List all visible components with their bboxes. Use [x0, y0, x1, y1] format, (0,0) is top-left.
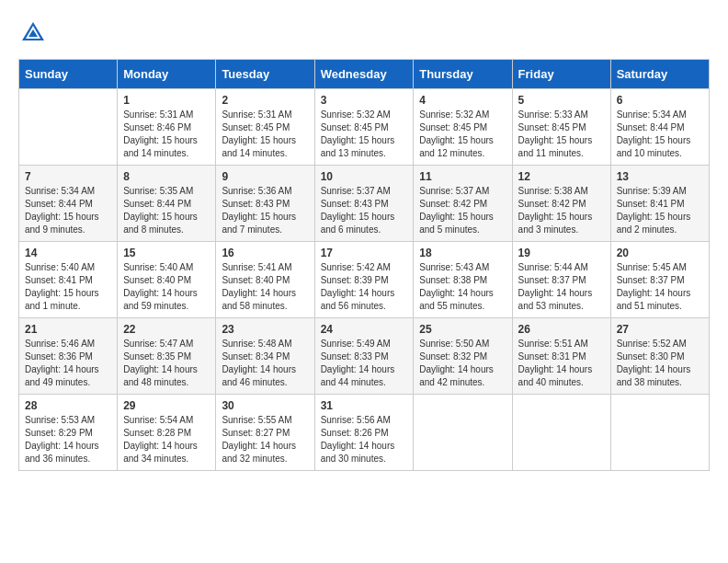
day-info: Sunrise: 5:46 AM Sunset: 8:36 PM Dayligh… — [25, 338, 111, 389]
day-info: Sunrise: 5:37 AM Sunset: 8:42 PM Dayligh… — [419, 185, 506, 236]
day-number: 13 — [617, 170, 703, 183]
calendar-cell: 26Sunrise: 5:51 AM Sunset: 8:31 PM Dayli… — [512, 318, 610, 395]
calendar-header-thursday: Thursday — [414, 60, 512, 89]
day-number: 1 — [123, 94, 210, 107]
calendar-header-sunday: Sunday — [19, 60, 118, 89]
calendar-cell: 6Sunrise: 5:34 AM Sunset: 8:44 PM Daylig… — [610, 89, 709, 166]
day-number: 31 — [321, 399, 408, 412]
day-number: 27 — [617, 323, 703, 336]
calendar-cell: 20Sunrise: 5:45 AM Sunset: 8:37 PM Dayli… — [610, 242, 709, 318]
day-number: 12 — [518, 170, 605, 183]
calendar-cell: 25Sunrise: 5:50 AM Sunset: 8:32 PM Dayli… — [414, 318, 512, 395]
day-number: 3 — [321, 94, 408, 107]
day-number: 16 — [222, 247, 308, 259]
calendar-header-monday: Monday — [118, 60, 216, 89]
day-info: Sunrise: 5:37 AM Sunset: 8:43 PM Dayligh… — [321, 185, 408, 236]
day-info: Sunrise: 5:51 AM Sunset: 8:31 PM Dayligh… — [518, 338, 605, 389]
day-info: Sunrise: 5:38 AM Sunset: 8:42 PM Dayligh… — [518, 185, 605, 236]
calendar-week-4: 21Sunrise: 5:46 AM Sunset: 8:36 PM Dayli… — [19, 318, 710, 395]
day-info: Sunrise: 5:33 AM Sunset: 8:45 PM Dayligh… — [518, 109, 605, 160]
calendar-header-row: SundayMondayTuesdayWednesdayThursdayFrid… — [19, 60, 710, 89]
calendar-cell: 5Sunrise: 5:33 AM Sunset: 8:45 PM Daylig… — [512, 89, 610, 166]
calendar-cell: 16Sunrise: 5:41 AM Sunset: 8:40 PM Dayli… — [216, 242, 314, 318]
day-number: 17 — [321, 247, 408, 259]
day-number: 18 — [419, 247, 506, 259]
calendar-cell: 17Sunrise: 5:42 AM Sunset: 8:39 PM Dayli… — [314, 242, 414, 318]
day-info: Sunrise: 5:56 AM Sunset: 8:26 PM Dayligh… — [321, 414, 408, 465]
calendar-week-5: 28Sunrise: 5:53 AM Sunset: 8:29 PM Dayli… — [19, 395, 710, 471]
calendar-cell: 21Sunrise: 5:46 AM Sunset: 8:36 PM Dayli… — [19, 318, 118, 395]
day-number: 14 — [25, 247, 111, 259]
calendar-cell: 14Sunrise: 5:40 AM Sunset: 8:41 PM Dayli… — [19, 242, 118, 318]
day-number: 22 — [123, 323, 210, 336]
day-number: 20 — [617, 247, 703, 259]
day-info: Sunrise: 5:40 AM Sunset: 8:41 PM Dayligh… — [25, 261, 111, 313]
day-number: 19 — [518, 247, 605, 259]
calendar-cell — [414, 395, 512, 471]
day-number: 26 — [518, 323, 605, 336]
day-info: Sunrise: 5:48 AM Sunset: 8:34 PM Dayligh… — [222, 338, 308, 389]
day-info: Sunrise: 5:50 AM Sunset: 8:32 PM Dayligh… — [419, 338, 506, 389]
day-info: Sunrise: 5:53 AM Sunset: 8:29 PM Dayligh… — [25, 414, 111, 465]
day-info: Sunrise: 5:35 AM Sunset: 8:44 PM Dayligh… — [123, 185, 210, 236]
logo — [18, 18, 46, 44]
day-info: Sunrise: 5:52 AM Sunset: 8:30 PM Dayligh… — [617, 338, 703, 389]
calendar-cell: 8Sunrise: 5:35 AM Sunset: 8:44 PM Daylig… — [118, 166, 216, 242]
calendar-cell: 13Sunrise: 5:39 AM Sunset: 8:41 PM Dayli… — [610, 166, 709, 242]
day-number: 10 — [321, 170, 408, 183]
calendar-cell: 22Sunrise: 5:47 AM Sunset: 8:35 PM Dayli… — [118, 318, 216, 395]
calendar-week-1: 1Sunrise: 5:31 AM Sunset: 8:46 PM Daylig… — [19, 89, 710, 166]
day-number: 21 — [25, 323, 111, 336]
calendar-cell: 23Sunrise: 5:48 AM Sunset: 8:34 PM Dayli… — [216, 318, 314, 395]
day-number: 8 — [123, 170, 210, 183]
calendar-cell: 10Sunrise: 5:37 AM Sunset: 8:43 PM Dayli… — [314, 166, 414, 242]
day-info: Sunrise: 5:49 AM Sunset: 8:33 PM Dayligh… — [321, 338, 408, 389]
day-info: Sunrise: 5:44 AM Sunset: 8:37 PM Dayligh… — [518, 261, 605, 313]
day-number: 24 — [321, 323, 408, 336]
day-number: 4 — [419, 94, 506, 107]
calendar-header-friday: Friday — [512, 60, 610, 89]
day-info: Sunrise: 5:42 AM Sunset: 8:39 PM Dayligh… — [321, 261, 408, 313]
calendar-week-2: 7Sunrise: 5:34 AM Sunset: 8:44 PM Daylig… — [19, 166, 710, 242]
calendar-cell: 7Sunrise: 5:34 AM Sunset: 8:44 PM Daylig… — [19, 166, 118, 242]
calendar-header-wednesday: Wednesday — [314, 60, 414, 89]
day-number: 11 — [419, 170, 506, 183]
day-info: Sunrise: 5:45 AM Sunset: 8:37 PM Dayligh… — [617, 261, 703, 313]
page-header — [18, 18, 710, 44]
calendar-header-saturday: Saturday — [610, 60, 709, 89]
logo-icon — [20, 18, 46, 44]
day-info: Sunrise: 5:55 AM Sunset: 8:27 PM Dayligh… — [222, 414, 308, 465]
calendar-cell: 9Sunrise: 5:36 AM Sunset: 8:43 PM Daylig… — [216, 166, 314, 242]
calendar-header-tuesday: Tuesday — [216, 60, 314, 89]
calendar-cell: 18Sunrise: 5:43 AM Sunset: 8:38 PM Dayli… — [414, 242, 512, 318]
day-info: Sunrise: 5:47 AM Sunset: 8:35 PM Dayligh… — [123, 338, 210, 389]
calendar-cell: 30Sunrise: 5:55 AM Sunset: 8:27 PM Dayli… — [216, 395, 314, 471]
day-info: Sunrise: 5:31 AM Sunset: 8:46 PM Dayligh… — [123, 109, 210, 160]
day-number: 7 — [25, 170, 111, 183]
calendar-cell: 12Sunrise: 5:38 AM Sunset: 8:42 PM Dayli… — [512, 166, 610, 242]
calendar-cell: 24Sunrise: 5:49 AM Sunset: 8:33 PM Dayli… — [314, 318, 414, 395]
day-number: 23 — [222, 323, 308, 336]
calendar-cell: 27Sunrise: 5:52 AM Sunset: 8:30 PM Dayli… — [610, 318, 709, 395]
day-info: Sunrise: 5:41 AM Sunset: 8:40 PM Dayligh… — [222, 261, 308, 313]
day-info: Sunrise: 5:34 AM Sunset: 8:44 PM Dayligh… — [617, 109, 703, 160]
calendar-cell: 2Sunrise: 5:31 AM Sunset: 8:45 PM Daylig… — [216, 89, 314, 166]
day-number: 30 — [222, 399, 308, 412]
calendar-cell: 31Sunrise: 5:56 AM Sunset: 8:26 PM Dayli… — [314, 395, 414, 471]
calendar-cell: 3Sunrise: 5:32 AM Sunset: 8:45 PM Daylig… — [314, 89, 414, 166]
day-number: 25 — [419, 323, 506, 336]
calendar-cell: 4Sunrise: 5:32 AM Sunset: 8:45 PM Daylig… — [414, 89, 512, 166]
calendar-week-3: 14Sunrise: 5:40 AM Sunset: 8:41 PM Dayli… — [19, 242, 710, 318]
day-number: 29 — [123, 399, 210, 412]
calendar-cell — [512, 395, 610, 471]
day-number: 9 — [222, 170, 308, 183]
day-number: 6 — [617, 94, 703, 107]
day-info: Sunrise: 5:36 AM Sunset: 8:43 PM Dayligh… — [222, 185, 308, 236]
calendar-cell: 29Sunrise: 5:54 AM Sunset: 8:28 PM Dayli… — [118, 395, 216, 471]
day-info: Sunrise: 5:31 AM Sunset: 8:45 PM Dayligh… — [222, 109, 308, 160]
day-info: Sunrise: 5:32 AM Sunset: 8:45 PM Dayligh… — [419, 109, 506, 160]
day-number: 15 — [123, 247, 210, 259]
day-info: Sunrise: 5:40 AM Sunset: 8:40 PM Dayligh… — [123, 261, 210, 313]
day-number: 28 — [25, 399, 111, 412]
calendar-cell — [19, 89, 118, 166]
